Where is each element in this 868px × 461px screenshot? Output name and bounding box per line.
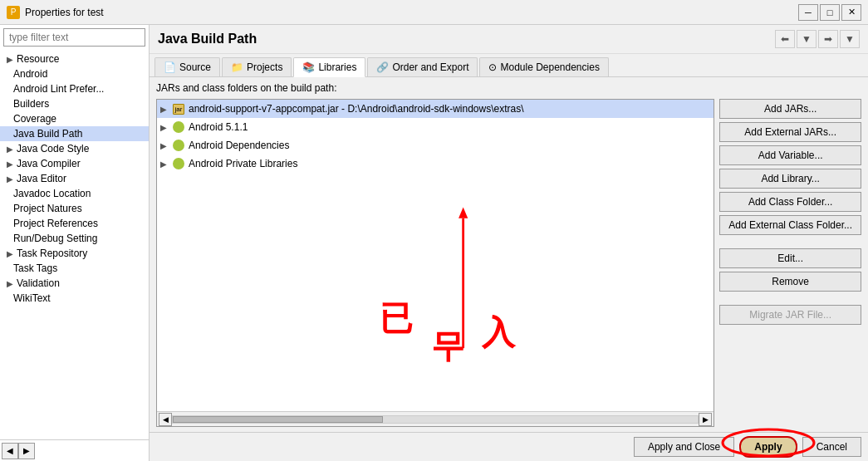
sidebar-label: Task Tags	[13, 262, 57, 274]
tree-item-item4[interactable]: ▶ Android Private Libraries	[157, 154, 714, 173]
sidebar-item-wikitext[interactable]: WikiText	[0, 291, 149, 306]
arrow-icon: ▶	[7, 159, 13, 169]
remove-button[interactable]: Remove	[719, 272, 861, 292]
sidebar-item-run-debug[interactable]: Run/Debug Setting	[0, 231, 149, 246]
sidebar-item-resource[interactable]: ▶Resource	[0, 51, 149, 66]
nav-back-dropdown[interactable]: ▼	[797, 30, 817, 48]
sidebar-label: Validation	[17, 277, 60, 289]
apply-button[interactable]: Apply	[739, 436, 797, 458]
sidebar-item-validation[interactable]: ▶Validation	[0, 276, 149, 291]
svg-text:入: 入	[481, 314, 517, 351]
panel-body: ▶ jar android-support-v7-appcompat.jar -…	[156, 99, 861, 427]
sidebar-next-button[interactable]: ▶	[18, 443, 35, 459]
tree-item-item1[interactable]: ▶ jar android-support-v7-appcompat.jar -…	[157, 100, 714, 118]
sidebar-item-java-compiler[interactable]: ▶Java Compiler	[0, 156, 149, 171]
content-header: Java Build Path ⬅ ▼ ➡ ▼	[150, 25, 868, 54]
scrollbar-track[interactable]	[172, 415, 699, 424]
titlebar-left: P Properties for test	[7, 6, 104, 19]
maximize-button[interactable]: □	[820, 4, 840, 21]
sidebar-prev-button[interactable]: ◀	[2, 443, 18, 459]
add-variable-button[interactable]: Add Variable...	[719, 145, 861, 165]
tree-arrow: ▶	[160, 105, 172, 114]
edit-button[interactable]: Edit...	[719, 248, 861, 268]
apply-close-button[interactable]: Apply and Close	[634, 437, 734, 457]
tabs-bar: 📄 Source📁 Projects📚 Libraries🔗 Order and…	[150, 54, 868, 77]
arrow-icon: ▶	[7, 145, 13, 154]
tab-icon-module-deps: ⊙	[488, 61, 497, 73]
scroll-left-button[interactable]: ◀	[159, 413, 172, 426]
tab-projects[interactable]: 📁 Projects	[222, 57, 292, 76]
add-external-class-folder-button[interactable]: Add External Class Folder...	[719, 215, 861, 235]
sidebar-label: Java Compiler	[17, 158, 81, 169]
tree-arrow: ▶	[160, 123, 172, 132]
panel-description: JARs and class folders on the build path…	[156, 82, 861, 94]
filter-input[interactable]	[3, 28, 145, 47]
migrate-jar-button: Migrate JAR File...	[719, 305, 861, 325]
sidebar-item-android[interactable]: Android	[0, 66, 149, 81]
add-library-button[interactable]: Add Library...	[719, 169, 861, 189]
main-container: ▶ResourceAndroidAndroid Lint Prefer...Bu…	[0, 25, 868, 461]
titlebar: P Properties for test ─ □ ✕	[0, 0, 868, 25]
add-external-jars-button[interactable]: Add External JARs...	[719, 122, 861, 142]
library-tree[interactable]: ▶ jar android-support-v7-appcompat.jar -…	[157, 100, 714, 411]
sidebar-label: Project Natures	[13, 203, 82, 214]
sidebar-label: Run/Debug Setting	[13, 233, 97, 244]
tab-label-libraries: Libraries	[318, 61, 356, 73]
add-jars-button[interactable]: Add JARs...	[719, 99, 861, 119]
sidebar-item-task-tags[interactable]: Task Tags	[0, 261, 149, 276]
tree-item-label: Android Private Libraries	[189, 158, 297, 169]
arrow-icon: ▶	[7, 279, 13, 288]
sidebar-item-task-repository[interactable]: ▶Task Repository	[0, 246, 149, 261]
android-icon	[172, 157, 185, 170]
tab-order-export[interactable]: 🔗 Order and Export	[367, 57, 478, 76]
sidebar-item-javadoc-location[interactable]: Javadoc Location	[0, 186, 149, 201]
close-button[interactable]: ✕	[841, 4, 861, 21]
btn-spacer	[719, 295, 861, 302]
sidebar-label: WikiText	[13, 292, 51, 304]
tree-item-label: Android 5.1.1	[189, 121, 248, 133]
sidebar-label: Android	[13, 68, 47, 80]
tree-item-item2[interactable]: ▶ Android 5.1.1	[157, 118, 714, 136]
tree-item-label: android-support-v7-appcompat.jar - D:\An…	[189, 103, 524, 115]
minimize-button[interactable]: ─	[798, 4, 818, 21]
sidebar-label: Project References	[13, 218, 98, 229]
sidebar-item-project-natures[interactable]: Project Natures	[0, 201, 149, 216]
sidebar-label: Task Repository	[17, 248, 87, 259]
nav-forward-dropdown[interactable]: ▼	[840, 30, 860, 48]
sidebar-label: Android Lint Prefer...	[13, 83, 104, 95]
arrow-icon: ▶	[7, 249, 13, 258]
tab-libraries[interactable]: 📚 Libraries	[293, 57, 365, 77]
titlebar-controls[interactable]: ─ □ ✕	[798, 4, 861, 21]
tab-module-deps[interactable]: ⊙ Module Dependencies	[479, 57, 608, 76]
cancel-button[interactable]: Cancel	[802, 437, 861, 457]
sidebar-item-java-build-path[interactable]: Java Build Path	[0, 126, 149, 141]
sidebar-item-java-code-style[interactable]: ▶Java Code Style	[0, 141, 149, 156]
scrollbar-thumb[interactable]	[173, 416, 383, 423]
tab-source[interactable]: 📄 Source	[154, 57, 220, 76]
nav-forward-button[interactable]: ➡	[818, 30, 838, 48]
sidebar-label: Java Code Style	[17, 143, 89, 154]
sidebar-item-android-lint[interactable]: Android Lint Prefer...	[0, 81, 149, 96]
bottom-bar: Apply and CloseApplyCancel	[150, 432, 868, 461]
sidebar-item-java-editor[interactable]: ▶Java Editor	[0, 171, 149, 186]
scroll-right-button[interactable]: ▶	[699, 413, 712, 426]
tree-item-item3[interactable]: ▶ Android Dependencies	[157, 136, 714, 154]
tab-icon-libraries: 📚	[302, 61, 315, 73]
sidebar-label: Java Editor	[17, 173, 66, 184]
sidebar-item-builders[interactable]: Builders	[0, 96, 149, 111]
svg-marker-1	[459, 207, 468, 218]
tab-label-projects: Projects	[247, 61, 282, 73]
sidebar-item-project-references[interactable]: Project References	[0, 216, 149, 231]
horizontal-scrollbar[interactable]: ◀ ▶	[157, 411, 714, 426]
tree-arrow: ▶	[160, 159, 172, 169]
sidebar: ▶ResourceAndroidAndroid Lint Prefer...Bu…	[0, 25, 150, 461]
sidebar-item-coverage[interactable]: Coverage	[0, 111, 149, 126]
action-buttons: Add JARs...Add External JARs...Add Varia…	[719, 99, 861, 427]
content-nav: ⬅ ▼ ➡ ▼	[775, 30, 860, 48]
tab-icon-source: 📄	[164, 61, 176, 73]
add-class-folder-button[interactable]: Add Class Folder...	[719, 192, 861, 212]
content-area: Java Build Path ⬅ ▼ ➡ ▼ 📄 Source📁 Projec…	[150, 25, 868, 461]
android-icon	[172, 120, 185, 134]
content-title: Java Build Path	[158, 32, 257, 47]
nav-back-button[interactable]: ⬅	[775, 30, 795, 48]
